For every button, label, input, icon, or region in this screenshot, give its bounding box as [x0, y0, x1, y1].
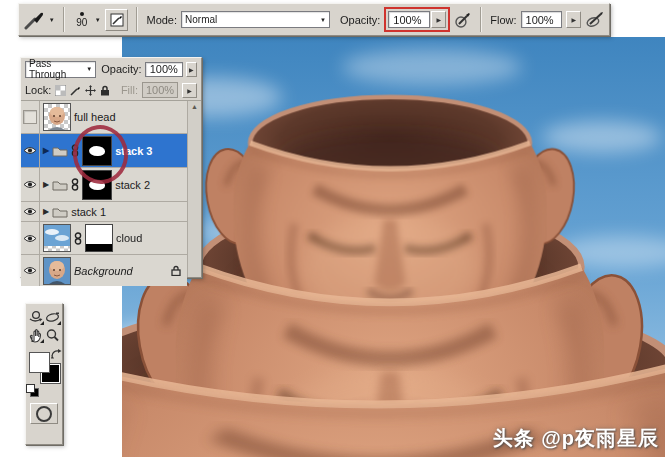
foreground-color-swatch[interactable] [29, 352, 50, 373]
flow-field[interactable]: 100% [521, 11, 563, 28]
layer-mask-thumbnail[interactable] [85, 224, 113, 252]
visibility-toggle[interactable] [21, 101, 40, 133]
folder-icon [52, 206, 68, 218]
flyout-triangle-icon [40, 339, 44, 343]
mask-blob [89, 180, 105, 190]
opacity-field[interactable]: 100% [388, 11, 430, 28]
layer-thumbnail[interactable] [43, 103, 71, 131]
layer-row-cloud[interactable]: cloud [21, 222, 187, 255]
blend-mode-value: Normal [185, 14, 217, 25]
layer-name: stack 3 [115, 145, 152, 157]
visibility-toggle[interactable] [21, 168, 40, 201]
blend-mode-value: Pass Through [29, 58, 86, 80]
photoshop-screenshot: 头条 @p夜雨星辰 ▼ 90 ▼ Mode: Normal ▼ Opacity: [0, 0, 665, 457]
magnifier-icon [45, 328, 60, 343]
mask-link-icon[interactable] [71, 144, 79, 157]
layer-mask-thumbnail[interactable] [82, 136, 112, 166]
layer-row-background[interactable]: Background [21, 255, 187, 286]
lock-position-move-icon[interactable] [85, 85, 96, 96]
mask-link-icon[interactable] [74, 232, 82, 245]
head-thumbnail-image [44, 104, 70, 130]
layers-panel-header: Pass Through ▼ Opacity: 100% ▶ [21, 58, 201, 80]
visibility-toggle[interactable] [21, 134, 40, 167]
visibility-toggle[interactable] [21, 255, 40, 286]
layer-thumbnail[interactable] [43, 257, 71, 285]
folder-icon [52, 179, 68, 191]
blend-mode-dropdown[interactable]: Normal ▼ [181, 11, 330, 28]
layer-name: cloud [116, 232, 142, 244]
brush-size-value: 90 [76, 18, 87, 28]
options-bar: ▼ 90 ▼ Mode: Normal ▼ Opacity: 100% ▶ [18, 3, 610, 36]
layer-row-stack-1[interactable]: ▶ stack 1 [21, 202, 187, 222]
layers-scrollbar[interactable]: ▲ [187, 101, 201, 277]
flyout-triangle-icon [40, 321, 44, 325]
swap-colors-icon[interactable] [50, 348, 62, 359]
eye-icon [23, 234, 37, 243]
spinner-right-icon: ▶ [189, 66, 194, 73]
caret-down-icon: ▼ [86, 66, 92, 72]
cloud-thumbnail-image [44, 225, 70, 251]
eye-icon [23, 207, 37, 216]
eye-icon [23, 266, 37, 275]
divider [63, 7, 65, 32]
lock-pixels-brush-icon[interactable] [70, 85, 81, 96]
background-thumbnail-image [44, 258, 70, 284]
orbit-3d-tool[interactable] [45, 309, 61, 326]
expand-group-icon[interactable]: ▶ [43, 147, 49, 155]
airbrush-icon[interactable] [454, 11, 472, 29]
lock-row: Lock: Fill: 100% ▶ [21, 80, 201, 101]
spinner-right-icon: ▶ [187, 87, 192, 94]
eye-icon [23, 180, 37, 189]
tool-palette [25, 303, 63, 445]
layer-row-full-head[interactable]: full head [21, 101, 187, 134]
rotate-3d-tool[interactable] [28, 309, 44, 326]
mask-link-icon[interactable] [71, 178, 79, 191]
flow-value: 100% [526, 14, 554, 26]
layer-row-stack-3[interactable]: ▶ stack 3 [21, 134, 187, 168]
brush-size-caret-icon[interactable]: ▼ [95, 17, 101, 23]
nested-heads-artwork [122, 37, 665, 457]
scroll-up-icon[interactable]: ▲ [191, 103, 198, 277]
layer-name: stack 2 [115, 179, 150, 191]
visibility-toggle[interactable] [21, 202, 40, 221]
quick-mask-circle-icon [36, 406, 52, 422]
layer-blend-mode-dropdown[interactable]: Pass Through ▼ [25, 61, 96, 78]
expand-group-icon[interactable]: ▶ [43, 208, 49, 216]
layers-opacity-field[interactable]: 100% [145, 62, 183, 77]
zoom-tool[interactable] [45, 327, 61, 344]
visibility-toggle[interactable] [21, 222, 40, 254]
expand-group-icon[interactable]: ▶ [43, 181, 49, 189]
mask-blob [89, 146, 105, 156]
fill-value: 100% [146, 84, 174, 96]
toggle-brushes-panel-button[interactable] [105, 9, 129, 31]
layer-row-stack-2[interactable]: ▶ stack 2 [21, 168, 187, 202]
layer-name: full head [74, 111, 116, 123]
quick-mask-mode-button[interactable] [30, 403, 58, 424]
lock-label: Lock: [25, 84, 51, 96]
lock-all-padlock-icon[interactable] [100, 85, 110, 96]
brush-tool-icon[interactable] [23, 10, 45, 30]
layers-opacity-label: Opacity: [101, 63, 141, 75]
divider [480, 7, 482, 32]
lock-transparency-icon[interactable] [55, 85, 66, 96]
flow-spinner-button[interactable]: ▶ [566, 11, 581, 28]
airbrush-toggle-icon[interactable] [585, 11, 605, 29]
spinner-right-icon: ▶ [437, 16, 442, 23]
default-colors-icon[interactable] [26, 384, 38, 395]
brush-size-preset[interactable]: 90 [73, 12, 91, 28]
layers-panel: Pass Through ▼ Opacity: 100% ▶ Lock: [20, 57, 202, 278]
layers-opacity-spinner[interactable]: ▶ [186, 62, 197, 77]
hand-tool[interactable] [28, 327, 44, 344]
layer-mask-thumbnail[interactable] [82, 170, 112, 200]
document-canvas[interactable]: 头条 @p夜雨星辰 [122, 37, 665, 457]
flow-label: Flow: [490, 14, 516, 26]
mini-white-swatch [26, 384, 35, 393]
color-swatches [28, 351, 60, 391]
brush-preset-caret-icon[interactable]: ▼ [49, 17, 55, 23]
eye-icon [23, 146, 37, 155]
layer-name: Background [74, 265, 133, 277]
watermark-text: 头条 @p夜雨星辰 [493, 425, 659, 452]
mask-black-area [86, 244, 112, 251]
layer-thumbnail[interactable] [43, 224, 71, 252]
opacity-spinner-button[interactable]: ▶ [431, 11, 446, 28]
